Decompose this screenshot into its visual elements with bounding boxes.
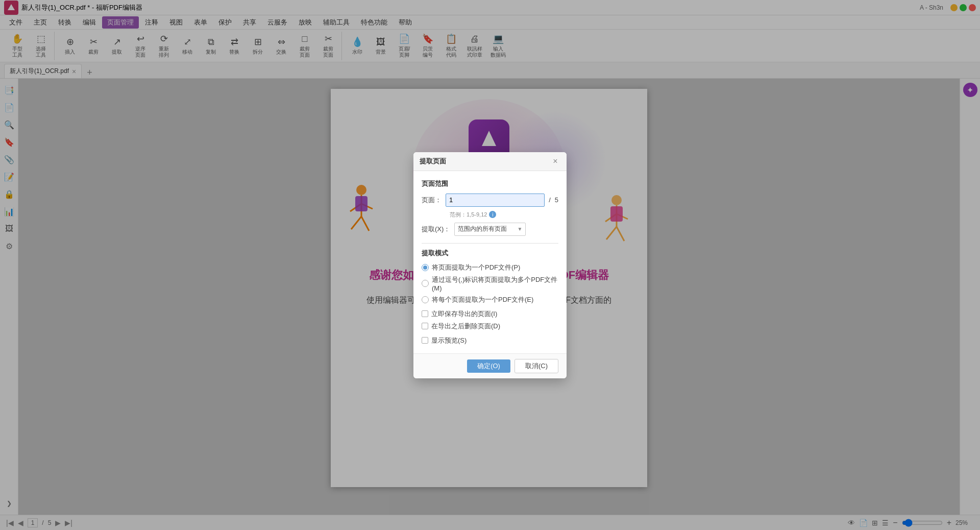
hint-text: 范例：1,5-9,12 — [450, 211, 487, 219]
section-extract-mode-title: 提取模式 — [422, 249, 558, 258]
page-hint-row: 范例：1,5-9,12 i — [450, 211, 558, 219]
radio-circle-multi — [422, 280, 429, 287]
dialog-title: 提取页面 — [420, 157, 446, 166]
checkbox-label-save: 立即保存导出的页面(I) — [431, 309, 497, 319]
dialog-title-bar: 提取页面 × — [413, 152, 567, 171]
radio-group-extract-mode: 将页面提取为一个PDF文件(P) 通过逗号(,)标识将页面提取为多个PDF文件(… — [422, 263, 558, 304]
page-range-input[interactable] — [446, 194, 545, 207]
checkbox-delete-after[interactable]: 在导出之后删除页面(D) — [422, 322, 558, 331]
confirm-button[interactable]: 确定(O) — [467, 359, 510, 373]
radio-label-multi: 通过逗号(,)标识将页面提取为多个PDF文件(M) — [432, 275, 558, 292]
checkbox-show-preview[interactable]: 显示预览(S) — [422, 336, 558, 345]
radio-item-multi[interactable]: 通过逗号(,)标识将页面提取为多个PDF文件(M) — [422, 275, 558, 292]
radio-label-each: 将每个页面提取为一个PDF文件(E) — [432, 295, 533, 304]
checkbox-label-delete: 在导出之后删除页面(D) — [431, 322, 500, 331]
checkbox-box-save — [422, 310, 428, 317]
modal-overlay: 提取页面 × 页面范围 页面： / 5 范例：1,5-9,12 i 提取(X)：… — [0, 0, 980, 530]
divider — [422, 243, 558, 244]
extract-select-row: 提取(X)： 范围内的所有页面 ▼ — [422, 223, 558, 236]
checkbox-group-options: 立即保存导出的页面(I) 在导出之后删除页面(D) — [422, 309, 558, 331]
checkbox-save-immediately[interactable]: 立即保存导出的页面(I) — [422, 309, 558, 319]
dialog-close-button[interactable]: × — [550, 156, 560, 166]
extract-selected-option: 范围内的所有页面 — [458, 225, 507, 233]
radio-circle-each — [422, 296, 429, 303]
page-input-row: 页面： / 5 — [422, 194, 558, 207]
dialog-body: 页面范围 页面： / 5 范例：1,5-9,12 i 提取(X)： 范围内的所有… — [413, 171, 567, 353]
extract-dropdown[interactable]: 范围内的所有页面 ▼ — [454, 223, 526, 236]
total-page-count: 5 — [555, 196, 558, 204]
info-icon[interactable]: i — [489, 211, 496, 218]
checkbox-box-preview — [422, 337, 428, 344]
page-slash: / — [549, 196, 551, 204]
section-page-range-title: 页面范围 — [422, 179, 558, 188]
radio-item-each[interactable]: 将每个页面提取为一个PDF文件(E) — [422, 295, 558, 304]
radio-label-single: 将页面提取为一个PDF文件(P) — [432, 263, 520, 272]
radio-circle-single — [422, 264, 429, 271]
checkbox-label-preview: 显示预览(S) — [431, 336, 467, 345]
extract-label: 提取(X)： — [422, 225, 450, 234]
cancel-button[interactable]: 取消(C) — [514, 359, 558, 373]
page-label: 页面： — [422, 196, 442, 205]
chevron-down-icon: ▼ — [517, 226, 522, 232]
dialog-footer: 确定(O) 取消(C) — [413, 353, 567, 378]
extract-pages-dialog: 提取页面 × 页面范围 页面： / 5 范例：1,5-9,12 i 提取(X)：… — [413, 152, 567, 378]
checkbox-box-delete — [422, 323, 428, 329]
radio-item-single[interactable]: 将页面提取为一个PDF文件(P) — [422, 263, 558, 272]
